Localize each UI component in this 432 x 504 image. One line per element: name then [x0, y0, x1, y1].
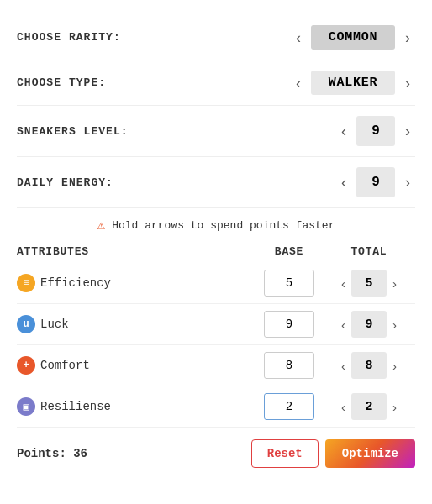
- attr-name-luck: u Luck: [17, 315, 256, 333]
- attr-total-val-efficiency: 5: [351, 270, 387, 297]
- attr-total-selector-resilience: ‹ 2 ›: [323, 393, 415, 420]
- type-value: WALKER: [311, 71, 395, 95]
- attr-icon-resilience: ▣: [17, 397, 35, 416]
- attr-total-next-efficiency[interactable]: ›: [390, 276, 399, 291]
- attr-total-val-comfort: 8: [351, 352, 387, 379]
- daily-energy-row: DAILY ENERGY: ‹ 9 ›: [17, 157, 415, 208]
- optimize-button[interactable]: Optimize: [325, 439, 415, 468]
- attr-total-selector-luck: ‹ 9 ›: [323, 311, 415, 338]
- attr-total-prev-comfort[interactable]: ‹: [339, 358, 348, 374]
- rarity-prev-button[interactable]: ‹: [291, 29, 306, 47]
- type-selector: ‹ WALKER ›: [291, 71, 415, 95]
- attr-base-col-luck: [256, 311, 323, 338]
- daily-energy-prev-button[interactable]: ‹: [336, 173, 351, 192]
- attr-row-resilience: ▣ Resiliense ‹ 2 ›: [17, 386, 415, 428]
- attr-name-comfort: + Comfort: [17, 356, 256, 375]
- attr-base-input-luck[interactable]: [264, 311, 314, 338]
- type-row: CHOOSE TYPE: ‹ WALKER ›: [17, 60, 415, 106]
- attr-icon-comfort: +: [17, 356, 35, 375]
- sneakers-level-row: SNEAKERS LEVEL: ‹ 9 ›: [17, 106, 415, 157]
- sneakers-level-value: 9: [356, 116, 395, 146]
- type-prev-button[interactable]: ‹: [291, 74, 306, 92]
- attr-total-prev-resilience[interactable]: ‹: [339, 399, 348, 415]
- attr-col-attributes: ATTRIBUTES: [17, 245, 256, 258]
- attr-base-input-efficiency[interactable]: [264, 270, 314, 297]
- footer-buttons: Reset Optimize: [251, 439, 415, 468]
- rarity-next-button[interactable]: ›: [400, 29, 415, 47]
- daily-energy-value: 9: [356, 167, 395, 197]
- attr-total-val-resilience: 2: [351, 393, 387, 420]
- sneakers-level-prev-button[interactable]: ‹: [336, 122, 351, 140]
- attributes-header: ATTRIBUTES BASE TOTAL: [17, 239, 415, 263]
- attributes-list: ≡ Efficiency ‹ 5 › u Luck ‹ 9 ›: [17, 263, 415, 428]
- attr-icon-luck: u: [17, 315, 35, 333]
- attr-name-resilience: ▣ Resiliense: [17, 397, 256, 416]
- attr-total-prev-efficiency[interactable]: ‹: [339, 276, 348, 291]
- attr-col-base: BASE: [256, 245, 323, 258]
- attr-row-efficiency: ≡ Efficiency ‹ 5 ›: [17, 263, 415, 304]
- attr-total-next-comfort[interactable]: ›: [390, 358, 399, 374]
- attr-base-input-comfort[interactable]: [264, 352, 314, 379]
- points-label: Points: 36: [17, 447, 87, 460]
- attr-total-prev-luck[interactable]: ‹: [339, 317, 348, 333]
- attr-name-efficiency: ≡ Efficiency: [17, 274, 256, 292]
- reset-button[interactable]: Reset: [251, 439, 319, 468]
- sneakers-level-next-button[interactable]: ›: [400, 122, 415, 140]
- hint-text: Hold arrows to spend points faster: [112, 219, 335, 232]
- attr-total-selector-comfort: ‹ 8 ›: [323, 352, 415, 379]
- footer-row: Points: 36 Reset Optimize: [17, 428, 415, 471]
- rarity-row: CHOOSE RARITY: ‹ COMMON ›: [17, 15, 415, 60]
- hint-icon: ⚠: [97, 217, 106, 234]
- attr-icon-efficiency: ≡: [17, 274, 35, 292]
- attr-label-efficiency: Efficiency: [40, 276, 111, 290]
- attr-col-total: TOTAL: [323, 245, 415, 258]
- attr-total-val-luck: 9: [351, 311, 387, 338]
- attr-row-luck: u Luck ‹ 9 ›: [17, 304, 415, 345]
- attr-base-input-resilience[interactable]: [264, 393, 314, 420]
- attr-total-next-resilience[interactable]: ›: [390, 399, 399, 415]
- attr-base-col-comfort: [256, 352, 323, 379]
- type-next-button[interactable]: ›: [400, 74, 415, 92]
- daily-energy-selector: ‹ 9 ›: [336, 167, 415, 197]
- rarity-label: CHOOSE RARITY:: [17, 31, 121, 44]
- attr-row-comfort: + Comfort ‹ 8 ›: [17, 345, 415, 386]
- sneakers-level-selector: ‹ 9 ›: [336, 116, 415, 146]
- type-label: CHOOSE TYPE:: [17, 76, 106, 89]
- attr-total-selector-efficiency: ‹ 5 ›: [323, 270, 415, 297]
- attr-total-next-luck[interactable]: ›: [390, 317, 399, 333]
- daily-energy-label: DAILY ENERGY:: [17, 176, 113, 189]
- rarity-value: COMMON: [311, 25, 395, 50]
- attr-label-resilience: Resiliense: [40, 400, 111, 413]
- attr-base-col-efficiency: [256, 270, 323, 297]
- sneakers-level-label: SNEAKERS LEVEL:: [17, 125, 129, 138]
- attr-base-col-resilience: [256, 393, 323, 420]
- attr-label-luck: Luck: [40, 318, 69, 331]
- main-container: CHOOSE RARITY: ‹ COMMON › CHOOSE TYPE: ‹…: [0, 0, 432, 486]
- hint-row: ⚠ Hold arrows to spend points faster: [17, 208, 415, 239]
- rarity-selector: ‹ COMMON ›: [291, 25, 415, 50]
- daily-energy-next-button[interactable]: ›: [400, 173, 415, 192]
- attr-label-comfort: Comfort: [40, 359, 90, 372]
